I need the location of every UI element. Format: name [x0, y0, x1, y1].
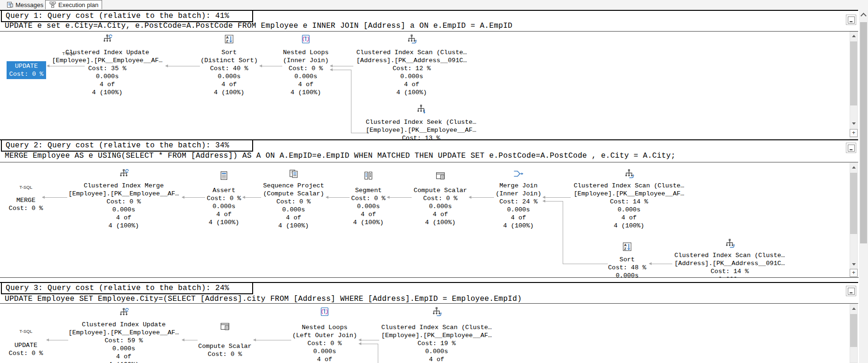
query3-collapse-button[interactable] [846, 286, 856, 296]
sql-divider [0, 303, 858, 304]
query3-scrollbar[interactable] [850, 304, 858, 363]
collapse-icon [848, 288, 855, 295]
query3-sql-text[interactable]: UPDATE Employee SET Employee.City=(SELEC… [5, 295, 522, 304]
statement-node-update[interactable]: UPDATE Cost: 0 % [7, 61, 46, 79]
plan-edge [182, 340, 198, 340]
results-tab-bar: Messages Execution plan [0, 0, 868, 10]
merge-join-icon[interactable] [513, 168, 524, 179]
tsql-label: T-SQL [7, 329, 45, 334]
query1-plan-canvas[interactable]: T-SQL UPDATE Cost: 0 % Clustered Index U… [0, 32, 859, 139]
arrow-up-icon [852, 307, 856, 310]
collapse-icon [848, 16, 855, 24]
query1-scrollbar[interactable] [850, 32, 858, 139]
arrow-down-icon [852, 122, 856, 125]
plan-node-clustered-index-merge[interactable]: Clustered Index Merge [Employee].[PK__Em… [66, 182, 181, 230]
tab-execution-plan[interactable]: Execution plan [45, 0, 102, 9]
document-scrollbar[interactable] [859, 10, 868, 363]
plan-node-merge-join[interactable]: Merge Join (Inner Join) Cost: 24 % 0.000… [461, 182, 576, 230]
scroll-up-button[interactable] [850, 163, 857, 171]
query2-sql-text[interactable]: MERGE Employee AS e USING(SELECT * FROM … [5, 152, 676, 161]
plan-node-nested-loops[interactable]: Nested Loops (Left Outer Join) Cost: 0 %… [267, 323, 382, 363]
clustered-index-update-icon[interactable] [118, 307, 129, 318]
query3-header: Query 3: Query cost (relative to the bat… [1, 282, 253, 294]
arrow-up-icon [852, 35, 856, 37]
segment-icon[interactable] [363, 170, 374, 181]
tab-execution-plan-label: Execution plan [58, 1, 98, 8]
messages-icon [6, 1, 14, 8]
nested-loops-icon[interactable] [319, 306, 330, 317]
arrow-down-icon [852, 263, 856, 266]
compute-scalar-icon[interactable] [219, 321, 231, 332]
scrollbar-thumb[interactable] [850, 41, 857, 105]
plan-node-compute-scalar[interactable]: Compute Scalar Cost: 0 % [167, 342, 282, 358]
query2-plan-canvas[interactable]: T-SQL MERGE Cost: 0 % Clustered Index Me… [0, 163, 859, 278]
plan-node-nested-loops[interactable]: Nested Loops (Inner Join) Cost: 0 % 0.00… [248, 48, 363, 97]
tab-messages-label: Messages [16, 1, 43, 8]
execution-plan-pane: Messages Execution plan Query 1: Query c… [0, 0, 868, 363]
scrollbar-thumb[interactable] [850, 173, 857, 234]
compute-scalar-icon[interactable] [435, 170, 446, 181]
scroll-up-button[interactable] [850, 305, 857, 313]
tsql-label: T-SQL [7, 185, 45, 190]
statement-node-merge[interactable]: MERGE Cost: 0 % [2, 196, 49, 212]
clustered-index-seek-icon[interactable] [415, 104, 427, 115]
plan-node-clustered-index-seek[interactable]: Clustered Index Seek (Cluste… [Employee]… [364, 118, 478, 139]
sequence-project-icon[interactable] [288, 168, 299, 179]
query2-scrollbar[interactable] [850, 163, 858, 277]
plan-node-clustered-index-scan[interactable]: Clustered Index Scan (Cluste… [Employee]… [572, 182, 686, 230]
scrollbar-thumb[interactable] [860, 22, 867, 243]
plan-node-clustered-index-scan[interactable]: Clustered Index Scan (Cluste… [Employee]… [379, 323, 494, 363]
statement-node-update[interactable]: UPDATE Cost: 0 % [2, 341, 49, 357]
scroll-up-button[interactable] [850, 32, 857, 40]
clustered-index-scan-icon[interactable] [431, 306, 442, 317]
scrollbar-thumb[interactable] [850, 314, 857, 347]
sort-icon[interactable] [621, 241, 633, 252]
scroll-down-button[interactable] [850, 120, 857, 128]
query2-zoom-in-button[interactable]: + [850, 269, 858, 277]
query1-header: Query 1: Query cost (relative to the bat… [1, 10, 253, 22]
query3-plan-canvas[interactable]: T-SQL UPDATE Cost: 0 % Clustered Index U… [0, 304, 859, 363]
clustered-index-update-icon[interactable] [102, 33, 113, 45]
execution-plan-icon [49, 1, 56, 8]
sort-icon[interactable] [223, 33, 235, 45]
plan-node-sort[interactable]: Sort Cost: 48 % 0.000s [570, 256, 685, 278]
clustered-index-merge-icon[interactable] [118, 168, 129, 179]
arrow-up-icon [852, 166, 856, 169]
scroll-down-button[interactable] [850, 260, 857, 268]
sql-divider [0, 162, 858, 162]
collapse-icon [848, 145, 855, 152]
query1-collapse-button[interactable] [846, 15, 856, 25]
clustered-index-scan-icon[interactable] [724, 238, 735, 249]
plan-node-clustered-index-scan[interactable]: Clustered Index Scan (Cluste… [Address].… [672, 251, 787, 278]
clustered-index-scan-icon[interactable] [406, 33, 417, 45]
query2-collapse-button[interactable] [846, 143, 856, 153]
query2-header: Query 2: Query cost (relative to the bat… [1, 139, 253, 152]
arrow-up-icon [860, 13, 867, 19]
plan-node-clustered-index-update[interactable]: Clustered Index Update [Employee].[PK__E… [66, 321, 181, 363]
plan-node-clustered-index-update[interactable]: Clustered Index Update [Employee].[PK__E… [50, 48, 165, 97]
tab-messages[interactable]: Messages [3, 0, 47, 9]
nested-loops-icon[interactable] [300, 33, 311, 45]
plan-edge [47, 340, 68, 340]
plan-node-clustered-index-scan[interactable]: Clustered Index Scan (Cluste… [Address].… [354, 48, 469, 97]
query1-sql-text[interactable]: UPDATE e set e.City=A.City, e.PostCode=A… [5, 22, 512, 31]
query1-zoom-in-button[interactable]: + [850, 129, 858, 137]
clustered-index-scan-icon[interactable] [623, 168, 635, 179]
assert-icon[interactable] [218, 170, 230, 181]
